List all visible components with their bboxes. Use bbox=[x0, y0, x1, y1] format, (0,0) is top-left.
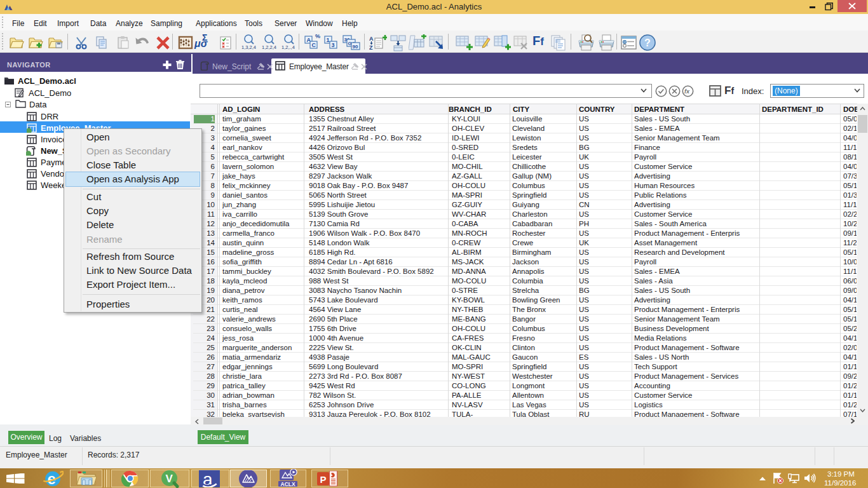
svg-text:90: 90 bbox=[353, 44, 358, 50]
svg-text:1,2,2,4: 1,2,2,4 bbox=[262, 44, 276, 50]
svg-text:V: V bbox=[166, 473, 173, 485]
svg-text:ACLX: ACLX bbox=[281, 481, 295, 487]
svg-text:1,2,.,4: 1,2,.,4 bbox=[281, 44, 295, 50]
svg-text:C: C bbox=[311, 42, 316, 48]
svg-text:?: ? bbox=[644, 37, 651, 48]
svg-text:fx: fx bbox=[684, 88, 690, 95]
svg-text:Z: Z bbox=[369, 44, 373, 51]
svg-text:3: 3 bbox=[331, 42, 334, 48]
svg-text:P: P bbox=[320, 474, 327, 485]
svg-text:1,3,2,4: 1,3,2,4 bbox=[241, 44, 256, 50]
svg-text:A: A bbox=[369, 36, 374, 42]
svg-text:1: 1 bbox=[326, 37, 329, 43]
